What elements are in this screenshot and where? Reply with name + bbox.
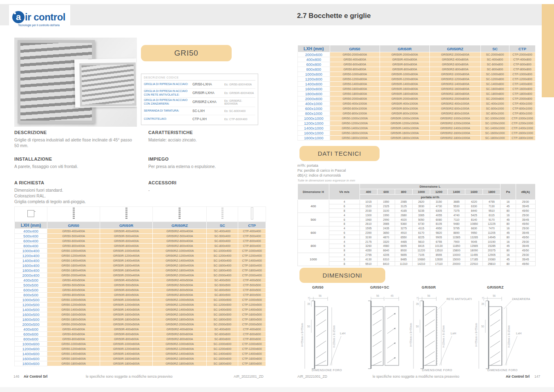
portata-cell: 7105 xyxy=(413,253,430,257)
code-cell: GRI50R-800x800A xyxy=(380,67,429,72)
portata-cell: 5530 xyxy=(448,204,465,208)
size-cell: 1600x1000 xyxy=(298,131,330,136)
portata-cell: 7470 xyxy=(483,226,500,231)
size-cell: 1200x400 xyxy=(15,253,47,258)
code-cell: CTP-1400x1000 xyxy=(509,126,535,131)
col-header: SC xyxy=(207,222,238,229)
section-impiego: IMPIEGO Per presa aria esterna o espulsi… xyxy=(148,157,269,170)
code-cell: SC-600x500 xyxy=(207,288,238,293)
section-descrizione: DESCRIZIONE Griglie di ripresa industria… xyxy=(14,130,135,149)
pa-cell: 16 xyxy=(500,200,516,204)
db-cell: 45/50 xyxy=(516,235,535,240)
size-row: 1000x500GRI50-1000x500AGRI50R-1000x500AG… xyxy=(15,298,266,302)
drawing-title: GRI50+SC xyxy=(359,285,408,289)
svg-text:56: 56 xyxy=(319,294,322,297)
portata-cell: 4220 xyxy=(465,200,483,204)
code-cell: GRI50RZ-800x800A xyxy=(430,67,481,72)
svg-text:H+55mm x B+55mm: H+55mm x B+55mm xyxy=(301,323,304,347)
code-cell: GRI50R-1800x500A xyxy=(100,317,153,322)
svg-text:LxH: LxH xyxy=(516,332,521,335)
section-heading: CARATTERISTICHE xyxy=(148,130,269,135)
section-heading: ACCESSORI xyxy=(148,180,269,185)
vk-cell: 4 xyxy=(329,240,360,244)
svg-text:56: 56 xyxy=(427,294,431,297)
portata-cell: 11850 xyxy=(448,244,465,248)
code-example: Es: GRI50-600X400A xyxy=(224,83,255,86)
footer-note-left: le specifiche sono soggette a modifiche … xyxy=(86,374,172,379)
pa-cell: 16 xyxy=(500,226,516,231)
code-cell: GRI50R-1200x800A xyxy=(380,77,429,82)
pa-cell: 80 xyxy=(500,235,516,240)
code-cell: CTP-1200x1000 xyxy=(509,121,535,126)
portata-cell: 8690 xyxy=(448,231,465,235)
code-cell: CTP-1800x500 xyxy=(238,317,266,322)
col-header-db: dB(A) xyxy=(516,184,535,200)
size-cell: 1400x600 xyxy=(15,352,47,356)
code-cell: GRI50R-1000x600A xyxy=(100,342,153,347)
l-value: 1800 xyxy=(483,189,500,195)
portata-cell: 8415 xyxy=(413,244,430,248)
vk-cell: 8 xyxy=(329,262,360,266)
portata-cell: 8105 xyxy=(430,222,448,226)
code-cell: GRI50RZ-400x400A xyxy=(153,229,207,234)
vk-cell: 8 xyxy=(329,235,360,240)
pa-cell: 45 xyxy=(500,257,516,262)
tech-row: 6196029904020505060807110814091704535/45 xyxy=(298,217,536,222)
size-row: 800x600GRI50-800x600AGRI50R-800x600AGRI5… xyxy=(15,337,266,342)
size-row: 1600x500GRI50-1600x500AGRI50R-1600x500AG… xyxy=(15,312,266,317)
dimensioni-badge: DIMENSIONI xyxy=(299,268,385,283)
db-cell: 45/50 xyxy=(516,208,535,213)
code-cell: GRI50RZ-600x400A xyxy=(153,239,207,244)
code-cell: CTP-1600x800 xyxy=(509,87,535,92)
code-cell: SC-1000x800 xyxy=(481,72,509,77)
code-cell: GRI50-1600x400A xyxy=(47,263,100,268)
code-cell: GRI50-400x800A xyxy=(330,57,380,62)
code-cell: SC-1800x600 xyxy=(207,361,238,366)
portata-cell: 10000 xyxy=(448,253,465,257)
portata-cell: 2620 xyxy=(413,200,430,204)
portata-cell: 9480 xyxy=(448,222,465,226)
size-row: 1800x600GRI50-1800x600AGRI50R-1800x600AG… xyxy=(15,361,266,366)
size-cell: 600x400 xyxy=(15,239,47,244)
size-row: 600x800GRI50-600x800AGRI50R-600x800AGRI5… xyxy=(298,62,536,67)
size-row: 2000x800GRI50-2000x800AGRI50R-2000x800AG… xyxy=(298,96,536,101)
code-cell: GRI50R-1600x500A xyxy=(100,312,153,317)
portata-cell: 7900 xyxy=(448,240,465,244)
page-number-right: 147 xyxy=(534,374,540,379)
portata-cell: 9510 xyxy=(483,208,500,213)
size-cell: 1600x800 xyxy=(298,87,330,92)
portata-cell: 6080 xyxy=(430,217,448,222)
size-row: 1800x500GRI50-1800x500AGRI50R-1800x500AG… xyxy=(15,317,266,322)
code-cell: GRI50RZ-1600x1000A xyxy=(430,131,481,136)
legend-line: dB(A): indice di rumorosità xyxy=(297,173,346,178)
db-cell: 45/50 xyxy=(516,248,535,253)
dimensione-h-cell: 400 xyxy=(298,200,329,213)
code-cell: GRI50RZ-400x800A xyxy=(430,57,481,62)
drawing-title: GRI50RZ xyxy=(474,285,537,289)
size-row: 1600x600GRI50-1600x600AGRI50R-1600x600AG… xyxy=(15,356,266,361)
code-cell: CTP-1000x600 xyxy=(238,342,266,347)
code-cell: GRI50R-1800x400A xyxy=(100,268,153,273)
portata-cell: 6170 xyxy=(413,231,430,235)
db-cell: 35/45 xyxy=(516,204,535,208)
code-cell: GRI50-800x400A xyxy=(47,244,100,249)
portata-cell: 6115 xyxy=(483,213,500,217)
size-row: 400x800GRI50-400x800AGRI50R-400x800AGRI5… xyxy=(298,57,536,62)
size-row: 1800x400GRI50-1800x400AGRI50R-1800x400AG… xyxy=(15,268,266,273)
code-cell: GRI50R-1800x1000A xyxy=(380,136,429,141)
pa-cell: 45 xyxy=(500,204,516,208)
code-cell: GRI50-1800x1000A xyxy=(330,136,380,141)
code-cell: CTP-1400x400 xyxy=(238,258,266,263)
code-cell: GRI50R-600x800A xyxy=(380,62,429,67)
dimensione-h-cell: 1000 xyxy=(298,253,329,266)
col-header-dimensione-l: Dimensione L xyxy=(360,184,500,189)
portata-cell: 7130 xyxy=(483,204,500,208)
size-row: 2000x400GRI50-2000x400AGRI50R-2000x400AG… xyxy=(15,273,266,278)
size-cell: 1000x1000 xyxy=(298,116,330,121)
flow-label: portata m³/h xyxy=(360,195,500,200)
code-cell: GRI50R-1800x800A xyxy=(380,92,429,96)
portata-cell: 9820 xyxy=(430,231,448,235)
portata-cell: 3100 xyxy=(377,208,395,213)
code-cell: SC-1000x1000 xyxy=(481,116,509,121)
code-cell: GRI50-1000x800A xyxy=(330,72,380,77)
